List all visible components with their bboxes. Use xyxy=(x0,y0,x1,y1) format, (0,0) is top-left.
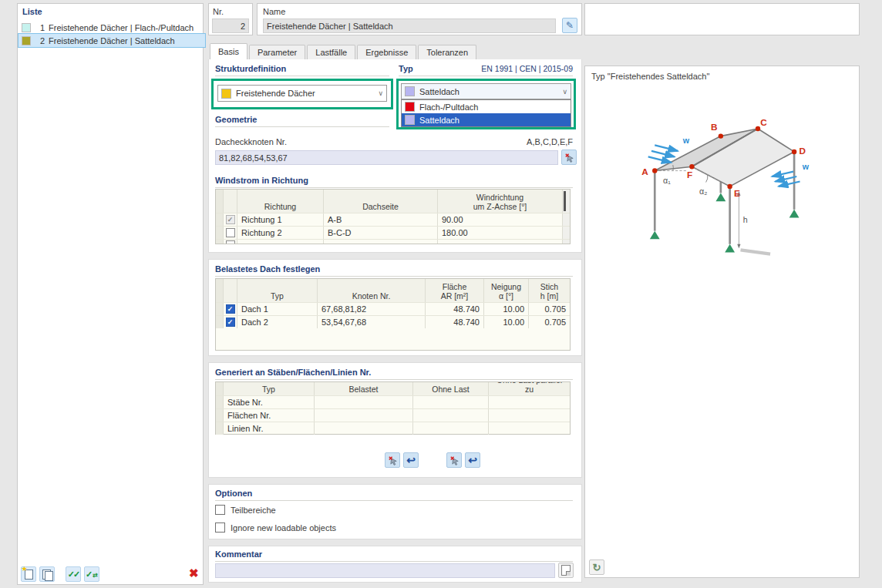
cell-richtung[interactable]: Richtung 2 xyxy=(237,227,323,239)
copy-entry-button[interactable] xyxy=(39,566,55,582)
tab-basis[interactable]: Basis xyxy=(210,43,247,59)
list-item-1[interactable]: 1 Freistehende Dächer | Flach-/Pultdach xyxy=(19,21,205,34)
teilbereiche-checkbox[interactable] xyxy=(215,505,225,515)
undo-parallel-button[interactable]: ↩ xyxy=(465,452,480,468)
liste-toolbar: ★ ✓✓ ✓⇄ ✖ xyxy=(18,565,203,585)
refresh-icon: ↻ xyxy=(593,562,601,573)
cell-richtung[interactable]: Richtung 1 xyxy=(237,213,323,226)
row-checkbox[interactable]: ✓ xyxy=(226,318,235,327)
name-panel: Name ✎ xyxy=(257,3,582,35)
col-flaeche: Fläche AR [m²] xyxy=(425,279,483,302)
undo-icon: ↩ xyxy=(468,455,477,465)
list-item-1-label: Freistehende Dächer | Flach-/Pultdach xyxy=(49,23,194,32)
delete-entry-button[interactable]: ✖ xyxy=(189,566,199,581)
new-entry-button[interactable]: ★ xyxy=(21,566,36,582)
preview-panel: Typ "Freistehendes Satteldach" xyxy=(584,66,860,578)
check-all-icon: ✓✓ xyxy=(68,570,79,580)
cell-wert[interactable]: 90.00 xyxy=(437,213,562,226)
tab-lastfaelle[interactable]: Lastfälle xyxy=(307,45,355,59)
list-item-2-color-swatch xyxy=(22,36,31,45)
cell-belastet[interactable] xyxy=(314,409,412,422)
col-stich: Stich h [m] xyxy=(528,279,570,302)
pick-ohne-last-button[interactable] xyxy=(385,452,400,468)
cell-knoten[interactable]: 53,54,67,68 xyxy=(317,316,425,328)
belastet-table: Typ Knoten Nr. Fläche AR [m²] Neigung α … xyxy=(215,278,571,351)
edit-name-button[interactable]: ✎ xyxy=(562,18,577,33)
typ-value: Satteldach xyxy=(419,87,460,96)
name-input[interactable] xyxy=(263,18,556,33)
cell-parallel[interactable] xyxy=(488,396,570,408)
option-color-swatch xyxy=(405,102,415,112)
cell-typ[interactable]: Dach 2 xyxy=(237,316,317,328)
ignore-objects-checkbox[interactable] xyxy=(215,522,225,533)
card-kommentar: Kommentar xyxy=(208,546,582,583)
comment-templates-button[interactable] xyxy=(558,563,574,578)
node-label-b: B xyxy=(711,122,718,132)
node-label-c: C xyxy=(760,117,767,127)
cell-ohne-last[interactable] xyxy=(412,409,488,422)
col-knoten: Knoten Nr. xyxy=(317,279,425,302)
cell-ohne-last[interactable] xyxy=(412,396,488,408)
alpha1-label: α₁ xyxy=(663,176,671,185)
kommentar-title: Kommentar xyxy=(215,549,573,562)
liste-panel: Liste 1 Freistehende Dächer | Flach-/Pul… xyxy=(17,3,204,585)
list-item-2-label: Freistehende Dächer | Satteldach xyxy=(49,36,175,45)
typ-option-flach-pultdach[interactable]: Flach-/Pultdach xyxy=(402,100,571,113)
cell-neigung[interactable]: 10.00 xyxy=(483,316,528,328)
nr-panel: Nr. xyxy=(208,3,253,35)
row-checkbox[interactable]: ✓ xyxy=(226,215,235,224)
typ-combo[interactable]: Satteldach ∨ xyxy=(401,83,571,99)
new-entry-icon: ★ xyxy=(25,570,33,580)
refresh-preview-button[interactable]: ↻ xyxy=(589,559,604,575)
card-optionen: Optionen Teilbereiche Ignore new loadabl… xyxy=(208,484,582,539)
windstrom-title: Windstrom in Richtung xyxy=(215,176,573,188)
pick-cursor-icon xyxy=(564,152,575,163)
pick-parallel-button[interactable] xyxy=(446,452,462,468)
cell-wert[interactable]: 180.00 xyxy=(437,227,562,239)
col-typ: Typ xyxy=(237,279,317,302)
cell-flaeche[interactable]: 48.740 xyxy=(425,303,483,315)
tab-toleranzen[interactable]: Toleranzen xyxy=(418,45,476,59)
chevron-down-icon: ∨ xyxy=(562,88,567,96)
cell-parallel[interactable] xyxy=(488,422,570,435)
cell-stich[interactable]: 0.705 xyxy=(528,303,570,315)
undo-ohne-last-button[interactable]: ↩ xyxy=(403,452,419,468)
kommentar-input[interactable] xyxy=(215,563,555,578)
corner-letters-label: A,B,C,D,E,F xyxy=(527,137,573,146)
list-item-2[interactable]: 2 Freistehende Dächer | Satteldach xyxy=(19,34,205,47)
cell-belastet[interactable] xyxy=(314,396,412,408)
top-right-empty-panel xyxy=(584,3,860,35)
row-checkbox[interactable]: ✓ xyxy=(226,304,235,314)
cell-neigung[interactable]: 10.00 xyxy=(483,303,528,315)
cell-ohne-last[interactable] xyxy=(412,422,488,435)
cell-belastet[interactable] xyxy=(314,422,412,435)
tab-ergebnisse[interactable]: Ergebnisse xyxy=(357,45,416,59)
table-scrollbar[interactable] xyxy=(564,191,566,211)
pick-nodes-button[interactable] xyxy=(561,150,577,165)
main-panel: Basis Parameter Lastfälle Ergebnisse Tol… xyxy=(208,42,582,586)
cell-stich[interactable]: 0.705 xyxy=(528,316,570,328)
generiert-row-linien: Linien Nr. xyxy=(216,422,570,435)
cell-dachseite[interactable]: B-C-D xyxy=(323,227,437,239)
check-all-button[interactable]: ✓✓ xyxy=(66,566,81,582)
tab-parameter[interactable]: Parameter xyxy=(249,45,305,59)
generiert-row-staebe: Stäbe Nr. xyxy=(216,395,570,408)
list-item-1-color-swatch xyxy=(22,23,31,32)
typ-option-satteldach[interactable]: Satteldach xyxy=(402,113,571,126)
apply-check-button[interactable]: ✓⇄ xyxy=(84,566,99,582)
cell-flaeche[interactable]: 48.740 xyxy=(425,316,483,328)
card-belastetes-dach: Belastetes Dach festlegen Typ Knoten Nr.… xyxy=(208,259,582,356)
strukturdefinition-value: Freistehende Dächer xyxy=(236,89,315,98)
dacheckknoten-input[interactable] xyxy=(215,150,558,165)
apply-check-icon: ✓⇄ xyxy=(86,570,98,580)
nr-input[interactable] xyxy=(212,18,249,33)
cell-parallel[interactable] xyxy=(488,409,570,422)
card-generiert: Generiert an Stäben/Flächen/Linien Nr. T… xyxy=(208,362,582,478)
strukturdefinition-title: Strukturdefinition xyxy=(215,64,389,76)
cell-dachseite[interactable]: A-B xyxy=(323,213,437,226)
cell-knoten[interactable]: 67,68,81,82 xyxy=(317,303,425,315)
row-checkbox[interactable] xyxy=(226,228,235,237)
cell-typ[interactable]: Dach 1 xyxy=(237,303,317,315)
cell-typ: Flächen Nr. xyxy=(223,409,314,422)
strukturdefinition-combo[interactable]: Freistehende Dächer ∨ xyxy=(217,85,387,102)
